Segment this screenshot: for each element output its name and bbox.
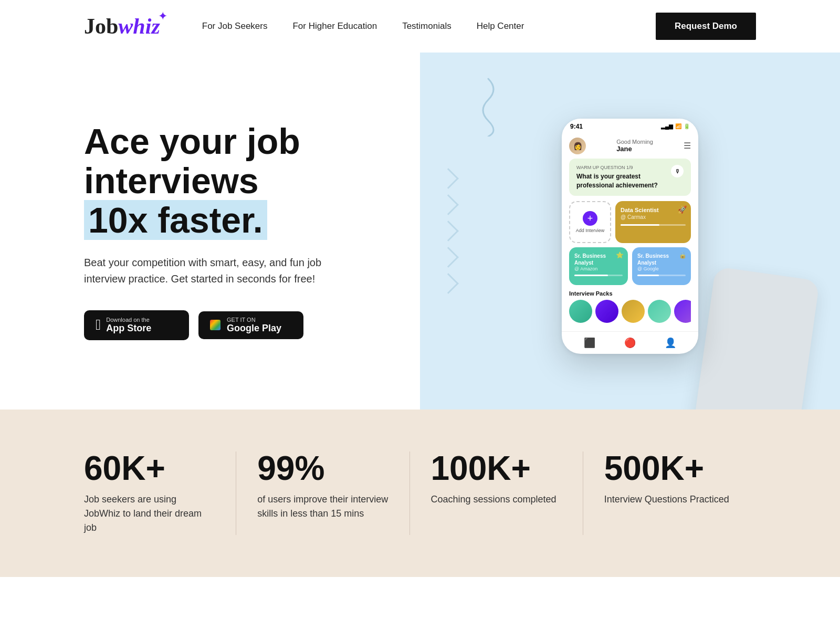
signal-icon: ▂▄▆ [661, 123, 673, 129]
interview-card-carmax[interactable]: 🚀 Data Scientist @ Carmax [615, 201, 691, 243]
user-name: Jane [616, 145, 653, 153]
card-company-1: @ Amazon [574, 266, 623, 271]
logo-whiz-text: whiz [118, 14, 160, 38]
plus-icon: + [583, 211, 597, 226]
stats-section: 60K+ Job seekers are using JobWhiz to la… [0, 410, 840, 577]
stat-number-3: 500K+ [604, 452, 735, 485]
status-icons: ▂▄▆ 📶 🔋 [661, 123, 690, 129]
headline-line2: interviews [84, 161, 259, 201]
pack-5[interactable] [674, 300, 691, 323]
phone-greeting: Good Morning Jane [616, 139, 653, 153]
app-buttons:  Download on the App Store GET IT ON Go… [84, 310, 336, 340]
main-nav: For Job Seekers For Higher Education Tes… [202, 21, 656, 32]
deco-squiggle-icon [472, 74, 504, 136]
headline-line3: 10x faster. [84, 200, 267, 240]
logo-job-text: Job [84, 14, 118, 39]
headline-line1: Ace your job [84, 121, 300, 161]
stat-item-3: 500K+ Interview Questions Practiced [583, 452, 756, 535]
rocket-icon: 🚀 [678, 205, 687, 214]
hero-subtext: Beat your competition with smart, easy, … [84, 255, 336, 287]
request-demo-button[interactable]: Request Demo [656, 13, 756, 40]
nav-testimonials[interactable]: Testimonials [402, 21, 452, 32]
phone-mockup: 9:41 ▂▄▆ 📶 🔋 👩 Good Morning Jane ☰ [562, 119, 698, 354]
nav-job-seekers[interactable]: For Job Seekers [202, 21, 268, 32]
warmup-content: WARM UP QUESTION 1/9 What is your greate… [576, 165, 667, 190]
stat-number-0: 60K+ [84, 452, 215, 485]
pack-1[interactable] [569, 300, 592, 323]
phone-status-bar: 9:41 ▂▄▆ 📶 🔋 [562, 119, 698, 132]
packs-label: Interview Packs [569, 290, 691, 297]
deco-arrow-3 [438, 220, 459, 242]
cards-row: ⭐ Sr. Business Analyst @ Amazon 🔒 Sr. Bu… [569, 247, 691, 285]
pack-2[interactable] [595, 300, 618, 323]
mic-icon[interactable]: 🎙 [671, 165, 684, 177]
add-interview-button[interactable]: + Add Interview [569, 201, 611, 243]
stat-desc-3: Interview Questions Practiced [604, 492, 735, 507]
star-icon: ⭐ [616, 251, 624, 259]
nav-help-center[interactable]: Help Center [477, 21, 524, 32]
stat-number-1: 99% [257, 452, 388, 485]
phone-back-decoration [692, 267, 820, 410]
home-nav-icon[interactable]: ⬛ [584, 337, 595, 349]
deco-arrow-1 [438, 168, 459, 189]
profile-nav-icon[interactable]: 👤 [665, 337, 676, 349]
interview-card-amazon[interactable]: ⭐ Sr. Business Analyst @ Amazon [569, 247, 628, 285]
warmup-card: WARM UP QUESTION 1/9 What is your greate… [569, 159, 691, 196]
play-icon [209, 319, 222, 331]
packs-row [569, 300, 691, 323]
warmup-label: WARM UP QUESTION 1/9 [576, 165, 667, 170]
stat-desc-2: Coaching sessions completed [431, 492, 562, 507]
stat-item-1: 99% of users improve their interview ski… [236, 452, 410, 535]
stat-item-2: 100K+ Coaching sessions completed [410, 452, 583, 535]
deco-arrow-2 [438, 194, 459, 215]
header: Job whiz ✦ For Job Seekers For Higher Ed… [0, 0, 840, 52]
google-play-button[interactable]: GET IT ON Google Play [198, 311, 303, 339]
apple-icon:  [96, 317, 101, 333]
logo-star-icon: ✦ [158, 9, 167, 23]
phone-header-row: 👩 Good Morning Jane ☰ [569, 138, 691, 154]
apps-nav-icon[interactable]: 🔴 [624, 337, 636, 349]
card-company-0: @ Carmax [621, 214, 686, 220]
deco-arrows [441, 171, 456, 291]
stat-desc-1: of users improve their interview skills … [257, 492, 388, 521]
battery-icon: 🔋 [684, 123, 690, 129]
hero-section: Ace your job interviews 10x faster. Beat… [0, 52, 840, 410]
hero-headline: Ace your job interviews 10x faster. [84, 122, 336, 239]
nav-higher-ed[interactable]: For Higher Education [292, 21, 377, 32]
user-avatar: 👩 [569, 138, 586, 154]
stat-item-0: 60K+ Job seekers are using JobWhiz to la… [84, 452, 236, 535]
action-row: + Add Interview 🚀 Data Scientist @ Carma… [569, 201, 691, 243]
status-time: 9:41 [570, 123, 583, 130]
card-role-0: Data Scientist [621, 206, 686, 214]
pack-3[interactable] [622, 300, 645, 323]
hero-right: 9:41 ▂▄▆ 📶 🔋 👩 Good Morning Jane ☰ [420, 52, 840, 410]
google-play-text: GET IT ON Google Play [227, 317, 281, 334]
phone-nav: ⬛ 🔴 👤 [562, 331, 698, 354]
app-store-text: Download on the App Store [106, 317, 151, 334]
card-company-2: @ Google [637, 266, 686, 271]
lock-icon: 🔒 [679, 251, 687, 259]
menu-icon[interactable]: ☰ [684, 141, 691, 151]
warmup-question: What is your greatest professional achie… [576, 172, 667, 190]
wifi-icon: 📶 [675, 123, 681, 129]
interview-card-google[interactable]: 🔒 Sr. Business Analyst @ Google [632, 247, 691, 285]
phone-content: 👩 Good Morning Jane ☰ WARM UP QUESTION 1… [562, 132, 698, 329]
stat-number-2: 100K+ [431, 452, 562, 485]
hero-left: Ace your job interviews 10x faster. Beat… [0, 52, 420, 410]
logo[interactable]: Job whiz ✦ [84, 14, 160, 39]
deco-arrow-4 [438, 247, 459, 268]
app-store-button[interactable]:  Download on the App Store [84, 310, 189, 340]
stat-desc-0: Job seekers are using JobWhiz to land th… [84, 492, 215, 535]
deco-arrow-5 [438, 273, 459, 294]
add-interview-label: Add Interview [576, 228, 605, 233]
pack-4[interactable] [648, 300, 671, 323]
greeting-text: Good Morning [616, 139, 653, 145]
